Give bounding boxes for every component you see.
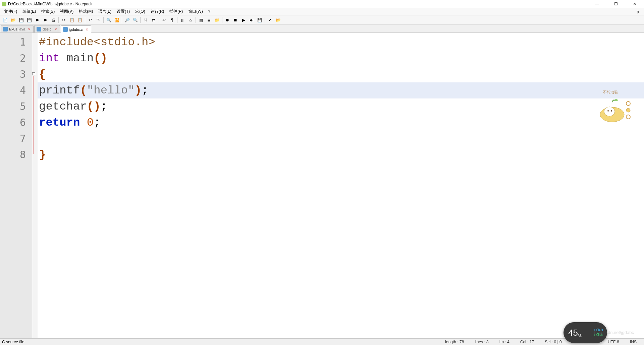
fold-margin[interactable]: – [32, 33, 38, 338]
menu-item[interactable]: 宏(O) [132, 8, 148, 15]
func-list-icon[interactable]: ≣ [205, 16, 213, 24]
line-number-gutter: 12345678 [0, 33, 32, 338]
secondary-close-button[interactable]: x [634, 9, 643, 14]
print-icon[interactable]: 🖨 [50, 16, 57, 24]
menu-item[interactable]: 语言(L) [96, 8, 114, 15]
toolbar-separator [122, 17, 122, 23]
status-encoding[interactable]: UTF-8 [602, 340, 625, 344]
watermark-text: blog.csdn.net/jgdabc [594, 330, 634, 335]
file-tab[interactable]: des.c⨯ [34, 25, 60, 32]
app-icon [1, 1, 7, 7]
minimize-button[interactable]: — [592, 2, 602, 6]
undo-icon[interactable]: ↶ [87, 16, 94, 24]
show-all-icon[interactable]: ¶ [168, 16, 176, 24]
window-controls: — ☐ ✕ [592, 2, 643, 6]
widget-percent: 45 [564, 328, 578, 338]
line-number[interactable]: 5 [0, 98, 32, 115]
copy-icon[interactable]: 📋 [68, 16, 75, 24]
code-line[interactable] [38, 131, 644, 147]
menu-item[interactable]: 视图(V) [57, 8, 76, 15]
save-macro-icon[interactable]: 💾 [256, 16, 263, 24]
toolbar-separator [222, 17, 222, 23]
code-line[interactable]: #include<stdio.h> [38, 34, 644, 50]
close-all-icon[interactable]: ✖ [42, 16, 49, 24]
sync-h-icon[interactable]: ⇄ [150, 16, 157, 24]
tab-label: jgdabc.c [69, 27, 83, 31]
zoom-out-icon[interactable]: 🔍 [131, 16, 139, 24]
code-line[interactable]: } [38, 147, 644, 163]
code-line[interactable]: getchar(); [38, 98, 644, 115]
line-number[interactable]: 3 [0, 66, 32, 82]
file-icon [37, 27, 41, 31]
status-bar: C source file length : 78 lines : 8 Ln :… [0, 338, 644, 345]
menu-item[interactable]: 插件(P) [167, 8, 185, 15]
code-line[interactable]: return 0; [38, 115, 644, 131]
line-number[interactable]: 1 [0, 34, 32, 50]
save-icon[interactable]: 💾 [17, 16, 25, 24]
toolbar-separator [265, 17, 265, 23]
code-line[interactable]: { [38, 66, 644, 82]
folder-icon[interactable]: 📁 [213, 16, 221, 24]
menu-item[interactable]: 设置(T) [114, 8, 132, 15]
redo-icon[interactable]: ↷ [95, 16, 102, 24]
status-ins[interactable]: INS [625, 340, 642, 344]
new-file-icon[interactable]: 📄 [1, 16, 9, 24]
toolbar-separator [85, 17, 85, 23]
menu-item[interactable]: 搜索(S) [39, 8, 57, 15]
play-macro-icon[interactable]: ▶ [240, 16, 247, 24]
line-number[interactable]: 6 [0, 115, 32, 131]
status-lines: lines : 8 [469, 340, 494, 344]
cut-icon[interactable]: ✂ [60, 16, 67, 24]
open-file-icon[interactable]: 📂 [9, 16, 17, 24]
code-line[interactable]: int main() [38, 50, 644, 66]
spellcheck-icon[interactable]: ✔ [266, 16, 274, 24]
file-tab[interactable]: Ex01.java⨯ [1, 25, 34, 32]
tab-close-icon[interactable]: ⨯ [85, 27, 89, 31]
doc-map-icon[interactable]: ▤ [197, 16, 205, 24]
zoom-in-icon[interactable]: 🔎 [123, 16, 131, 24]
fold-guide-line [34, 76, 34, 154]
close-window-button[interactable]: ✕ [629, 2, 640, 6]
toolbar-separator [140, 17, 141, 23]
maximize-button[interactable]: ☐ [610, 2, 621, 6]
status-length: length : 78 [440, 340, 469, 344]
play-multi-icon[interactable]: ⏭ [248, 16, 255, 24]
tab-label: Ex01.java [9, 27, 25, 31]
line-number[interactable]: 7 [0, 131, 32, 147]
record-macro-icon[interactable]: ⏺ [224, 16, 231, 24]
tab-close-icon[interactable]: ⨯ [54, 27, 58, 31]
menu-item[interactable]: 窗口(W) [185, 8, 205, 15]
code-line[interactable]: printf("hello"); [38, 82, 644, 98]
fold-toggle-icon[interactable]: – [32, 72, 35, 75]
toolbar-separator [58, 17, 59, 23]
save-all-icon[interactable]: 💾 [25, 16, 33, 24]
line-number[interactable]: 8 [0, 147, 32, 163]
menu-bar: 文件(F)编辑(E)搜索(S)视图(V)格式(M)语言(L)设置(T)宏(O)运… [0, 8, 644, 15]
sync-v-icon[interactable]: ⇅ [142, 16, 149, 24]
indent-guide-icon[interactable]: ⫼ [179, 16, 186, 24]
line-number[interactable]: 2 [0, 50, 32, 66]
tab-close-icon[interactable]: ⨯ [27, 27, 31, 31]
find-icon[interactable]: 🔍 [105, 16, 112, 24]
paste-icon[interactable]: 📋 [76, 16, 84, 24]
status-filetype: C source file [2, 340, 24, 344]
toolbar-separator [196, 17, 196, 23]
menu-item[interactable]: 格式(M) [76, 8, 96, 15]
code-view[interactable]: #include<stdio.h>int main(){printf("hell… [38, 33, 644, 338]
menu-item[interactable]: ? [206, 9, 213, 15]
line-number[interactable]: 4 [0, 82, 32, 98]
close-icon[interactable]: ✖ [34, 16, 41, 24]
open-folder-icon[interactable]: 📂 [274, 16, 282, 24]
toolbar: 📄📂💾💾✖✖🖨✂📋📋↶↷🔍🔁🔎🔍⇅⇄↩¶⫼⌂▤≣📁⏺⏹▶⏭💾✔📂 [0, 15, 644, 25]
wrap-icon[interactable]: ↩ [160, 16, 168, 24]
replace-icon[interactable]: 🔁 [113, 16, 120, 24]
widget-percent-suffix: % [578, 334, 582, 338]
menu-item[interactable]: 运行(R) [148, 8, 167, 15]
menu-item[interactable]: 编辑(E) [20, 8, 39, 15]
stop-macro-icon[interactable]: ⏹ [232, 16, 239, 24]
file-tab[interactable]: jgdabc.c⨯ [61, 25, 91, 33]
lang-icon[interactable]: ⌂ [187, 16, 194, 24]
editor-area[interactable]: 12345678 – #include<stdio.h>int main(){p… [0, 33, 644, 338]
file-icon [63, 27, 68, 32]
menu-item[interactable]: 文件(F) [1, 8, 20, 15]
